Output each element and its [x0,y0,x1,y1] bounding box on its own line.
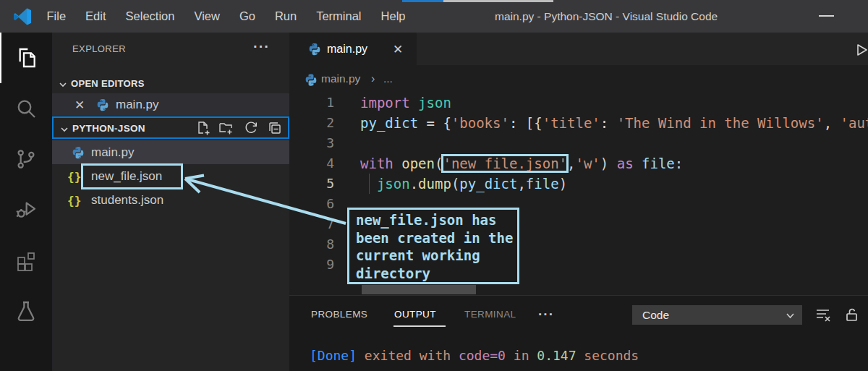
testing-icon [14,299,38,323]
output-log-line: [Done] exited with code=0 in 0.147 secon… [310,348,639,363]
top-edge-gray-strip [443,0,553,2]
activity-search[interactable] [0,83,52,134]
tab-close-icon[interactable]: ✕ [393,41,403,56]
code-line-5: 5 json.dump(py_dict,file) [289,174,868,194]
horizontal-scrollbar[interactable] [362,285,476,294]
python-icon [307,42,322,56]
annotation-file-highlight-box [81,163,183,189]
extensions-icon [14,249,38,272]
explorer-sidebar: EXPLORER ··· OPEN EDITORS ✕main.py PYTHO… [52,33,289,371]
line-number: 2 [289,113,334,133]
line-number: 5 [289,174,334,194]
file-item-main.py[interactable]: main.py [52,140,289,164]
menu-help[interactable]: Help [371,9,415,23]
activity-run-debug[interactable] [0,184,52,235]
folder-section-header[interactable]: PYTHON-JSON [52,116,289,139]
open-editor-item-main.py[interactable]: ✕main.py [52,93,289,116]
activity-source-control[interactable] [0,134,52,184]
explorer-more-actions[interactable]: ··· [253,38,270,55]
title-bar: FileEditSelectionViewGoRunTerminalHelp m… [0,0,868,33]
tab-label: main.py [327,43,367,56]
bottom-panel: PROBLEMSOUTPUTTERMINAL ··· Code [Done] e… [289,295,868,371]
chevron-down-icon [60,124,69,132]
top-edge-blue-strip [402,0,443,2]
minimize-button[interactable] [819,15,834,17]
panel-tab-output[interactable]: OUTPUT [394,296,436,333]
line-number: 6 [289,194,334,214]
unlock-icon[interactable] [843,307,860,323]
editor-area: main.py ✕ main.py › ... 1import json2py_… [289,33,868,371]
line-number: 4 [289,153,334,174]
activity-bar [0,33,52,371]
close-icon[interactable]: ✕ [75,97,85,112]
activity-testing[interactable] [0,286,52,336]
python-icon [304,73,316,85]
code-line-3: 3 [289,133,868,153]
activity-extensions[interactable] [0,235,52,286]
clear-output-icon[interactable] [814,307,831,323]
menu-selection[interactable]: Selection [116,9,184,23]
chevron-down-icon [786,310,795,320]
python-icon [71,145,85,160]
open-editors-header[interactable]: OPEN EDITORS [52,72,289,94]
menu-go[interactable]: Go [229,9,265,23]
new-file-icon[interactable] [195,120,211,136]
line-number: 8 [289,234,334,255]
run-button[interactable] [854,42,868,58]
run-debug-icon [14,198,38,221]
vscode-logo-icon [13,7,32,26]
breadcrumb-file[interactable]: main.py [321,72,360,85]
annotation-text: new_file.json has been created in the cu… [356,211,513,282]
code-line-1: 1import json [289,93,868,113]
breadcrumb-separator: › [371,72,375,85]
output-tab-underline [393,325,446,327]
output-channel-dropdown[interactable]: Code [632,305,802,325]
search-icon [14,97,38,120]
line-number: 9 [289,255,334,275]
menu-view[interactable]: View [184,9,229,23]
tab-bar: main.py ✕ [289,33,868,65]
tab-main-py[interactable]: main.py ✕ [289,33,417,65]
menu-edit[interactable]: Edit [76,9,116,23]
activity-explorer[interactable] [0,33,52,83]
panel-tab-problems[interactable]: PROBLEMS [311,296,367,333]
panel-tab-terminal[interactable]: TERMINAL [464,296,516,333]
play-icon [854,42,868,58]
explorer-icon [15,46,38,69]
code-line-2: 2py_dict = {'books': [{'title': 'The Win… [289,113,868,133]
chevron-down-icon [59,79,67,88]
breadcrumb: main.py › ... [289,65,868,93]
menu-bar: FileEditSelectionViewGoRunTerminalHelp [37,0,415,33]
menu-run[interactable]: Run [265,9,306,23]
annotation-box: new_file.json has been created in the cu… [347,208,519,284]
line-number: 3 [289,133,334,153]
new-folder-icon[interactable] [218,120,234,136]
python-icon [95,98,110,112]
menu-terminal[interactable]: Terminal [307,9,371,23]
json-icon: {} [67,193,81,207]
breadcrumb-symbol[interactable]: ... [383,72,393,85]
line-number: 1 [289,93,334,113]
line-number: 7 [289,214,334,234]
menu-file[interactable]: File [37,9,76,23]
vscode-window: FileEditSelectionViewGoRunTerminalHelp m… [0,0,868,371]
window-title: main.py - Python-JSON - Visual Studio Co… [495,0,718,33]
panel-more-actions[interactable]: ··· [538,299,554,333]
refresh-icon[interactable] [243,120,259,136]
source-control-icon [14,148,38,171]
explorer-title: EXPLORER [72,43,126,54]
file-item-students.json[interactable]: {}students.json [52,188,289,212]
json-icon: {} [67,169,81,183]
code-line-4: 4with open('new_file.json','w') as file: [289,153,868,174]
collapse-all-icon[interactable] [267,120,283,136]
